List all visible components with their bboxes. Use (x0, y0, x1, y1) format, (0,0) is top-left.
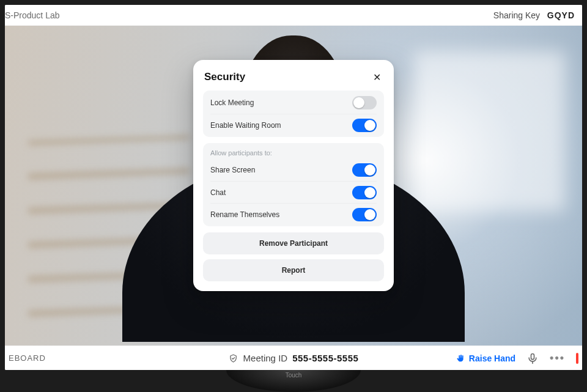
security-modal: Security ✕ Lock Meeting Enable Waiting R… (193, 60, 394, 291)
meeting-id-value: 555-5555-5555 (292, 353, 358, 363)
share-screen-label: Share Screen (210, 166, 255, 174)
chat-toggle[interactable] (352, 186, 377, 199)
allow-participants-group: Allow participants to: Share Screen Chat… (203, 143, 384, 226)
modal-title: Security (204, 71, 245, 83)
modal-overlay: Security ✕ Lock Meeting Enable Waiting R… (5, 26, 582, 346)
allow-participants-header: Allow participants to: (210, 144, 377, 159)
end-indicator[interactable] (576, 353, 578, 364)
waiting-room-label: Enable Waiting Room (210, 121, 281, 130)
row-rename: Rename Themselves (210, 203, 377, 225)
waiting-room-toggle[interactable] (352, 119, 377, 132)
meeting-id-block: Meeting ID 555-5555-5555 (229, 353, 359, 363)
sharing-key-label: Sharing Key (493, 10, 540, 20)
raise-hand-icon (456, 353, 465, 363)
share-screen-toggle[interactable] (352, 163, 377, 177)
meeting-id-label: Meeting ID (243, 353, 288, 363)
top-bar: S-Product Lab Sharing Key GQYD (5, 5, 582, 26)
video-feed: Security ✕ Lock Meeting Enable Waiting R… (5, 26, 582, 346)
rename-label: Rename Themselves (210, 210, 279, 219)
row-waiting-room: Enable Waiting Room (210, 114, 377, 136)
tv-stand: Touch (226, 370, 361, 392)
close-icon[interactable]: ✕ (371, 71, 383, 83)
modal-header: Security ✕ (203, 71, 384, 83)
raise-hand-button[interactable]: Raise Hand (456, 353, 515, 363)
tv-frame: S-Product Lab Sharing Key GQYD Security … (0, 0, 587, 392)
row-share-screen: Share Screen (210, 159, 377, 181)
lock-meeting-label: Lock Meeting (210, 98, 254, 107)
sharing-key-block: Sharing Key GQYD (493, 10, 575, 20)
room-name: S-Product Lab (5, 10, 60, 20)
rename-toggle[interactable] (352, 208, 377, 221)
raise-hand-label: Raise Hand (469, 353, 515, 363)
meeting-options-group: Lock Meeting Enable Waiting Room (203, 91, 384, 137)
more-button[interactable]: ••• (550, 352, 565, 364)
svg-rect-0 (531, 353, 534, 359)
bottom-right-controls: Raise Hand ••• (456, 352, 582, 364)
screen: S-Product Lab Sharing Key GQYD Security … (5, 5, 582, 370)
microphone-button[interactable] (526, 352, 539, 364)
lock-meeting-toggle[interactable] (352, 96, 377, 109)
report-button[interactable]: Report (203, 259, 384, 281)
row-chat: Chat (210, 181, 377, 203)
row-lock-meeting: Lock Meeting (210, 92, 377, 114)
bottom-bar: EBOARD Meeting ID 555-5555-5555 (5, 346, 582, 370)
remove-participant-button[interactable]: Remove Participant (203, 232, 384, 254)
chat-label: Chat (210, 188, 226, 197)
shield-icon (229, 353, 238, 363)
bottom-left-label: EBOARD (5, 353, 46, 363)
touch-label: Touch (286, 372, 302, 379)
sharing-key-value: GQYD (547, 10, 575, 20)
